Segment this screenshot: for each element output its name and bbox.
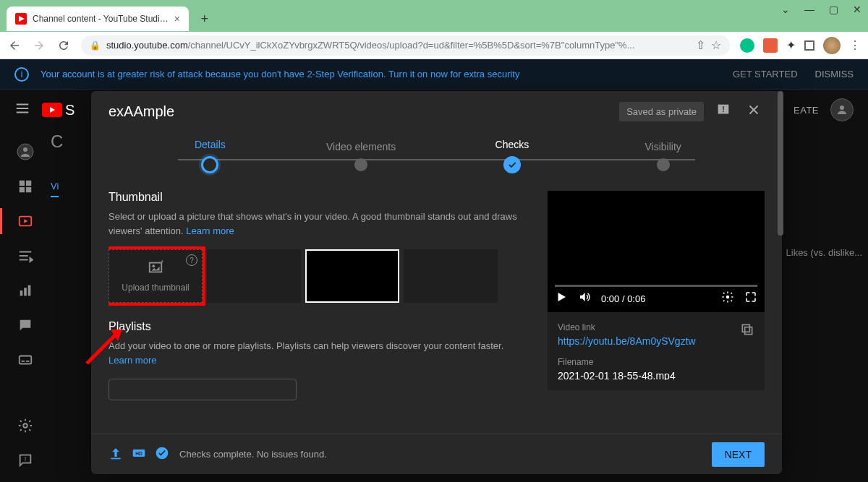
svg-rect-6 [26, 181, 31, 186]
extension-icon-1[interactable] [740, 38, 754, 53]
svg-rect-16 [26, 361, 30, 362]
sidebar-subtitles-icon[interactable] [17, 351, 34, 369]
filename-label: Filename [558, 357, 754, 367]
page-title-behind: C [51, 132, 63, 152]
security-warning-banner: i Your account is at greater risk of att… [0, 59, 868, 90]
browser-tab[interactable]: Channel content - YouTube Studi… × [7, 7, 189, 31]
thumbnail-option-1[interactable] [207, 249, 301, 303]
address-bar[interactable]: 🔒 studio.youtube.com/channel/UCvY_ilCkXo… [81, 35, 730, 56]
truncated-column: Likes (vs. dislike... [786, 247, 862, 258]
sidebar-settings-icon[interactable] [17, 417, 34, 434]
url-text: studio.youtube.com/channel/UCvY_ilCkXoZY… [106, 40, 690, 51]
svg-rect-26 [745, 327, 752, 335]
playlists-select[interactable] [109, 379, 297, 400]
svg-rect-8 [26, 187, 31, 192]
close-icon[interactable] [743, 99, 765, 124]
svg-rect-11 [20, 291, 23, 296]
profile-avatar[interactable] [823, 37, 841, 54]
thumbnail-heading: Thumbnail [109, 191, 530, 204]
back-button[interactable] [7, 38, 22, 53]
svg-point-25 [726, 296, 730, 299]
modal-title: exAAmple [109, 103, 610, 120]
hd-icon: HD [132, 446, 146, 463]
left-sidebar: ! [0, 130, 51, 482]
extension-icon-2[interactable] [763, 38, 778, 53]
svg-rect-14 [20, 356, 32, 364]
banner-message: Your account is at greater risk of attac… [41, 69, 721, 79]
upload-thumbnail-label: Upload thumbnail [122, 283, 189, 293]
minimize-icon[interactable]: — [804, 4, 814, 15]
help-icon[interactable]: ? [186, 254, 197, 266]
modal-header: exAAmple Saved as private ! [91, 91, 782, 132]
forward-button [32, 38, 46, 53]
sidebar-comments-icon[interactable] [17, 317, 34, 334]
video-time: 0:00 / 0:06 [601, 293, 711, 304]
step-video-elements[interactable]: Video elements [286, 141, 437, 171]
svg-rect-7 [20, 187, 25, 192]
play-icon[interactable] [555, 291, 568, 306]
svg-point-22 [152, 264, 155, 267]
lock-icon: 🔒 [90, 40, 101, 51]
sidebar-analytics-icon[interactable] [17, 282, 34, 299]
sidebar-channel-avatar[interactable] [17, 143, 34, 160]
create-button[interactable]: EATE [793, 105, 819, 116]
svg-marker-1 [50, 107, 55, 113]
reload-button[interactable] [56, 38, 71, 53]
svg-rect-28 [111, 457, 120, 459]
svg-text:HD: HD [135, 450, 142, 455]
tab-close-icon[interactable]: × [174, 13, 180, 25]
modal-footer: HD Checks complete. No issues found. NEX… [91, 434, 782, 474]
dismiss-button[interactable]: DISMISS [815, 69, 854, 79]
sidebar-playlists-icon[interactable] [17, 247, 34, 264]
video-preview[interactable]: 0:00 / 0:06 [548, 191, 765, 312]
video-link-label: Video link [558, 322, 740, 332]
svg-marker-0 [19, 16, 25, 22]
youtube-studio-logo[interactable]: S [42, 102, 75, 119]
feedback-icon[interactable]: ! [712, 99, 734, 124]
upload-thumbnail-button[interactable]: ? + Upload thumbnail [109, 249, 203, 303]
svg-rect-27 [742, 324, 749, 332]
svg-marker-10 [24, 219, 28, 223]
share-icon[interactable]: ⇧ [696, 38, 705, 52]
step-visibility[interactable]: Visibility [587, 141, 739, 171]
step-details[interactable]: Details [135, 139, 286, 173]
bookmark-star-icon[interactable]: ☆ [711, 38, 721, 52]
filename-value: 2021-02-01 18-55-48.mp4 [558, 370, 754, 380]
svg-text:!: ! [25, 455, 27, 462]
maximize-icon[interactable]: ▢ [829, 4, 838, 15]
tab-behind: Vi [51, 181, 59, 197]
step-checks[interactable]: Checks [437, 139, 588, 173]
hamburger-menu-icon[interactable] [14, 100, 30, 119]
chevron-down-icon[interactable]: ⌄ [781, 4, 790, 15]
sidebar-dashboard-icon[interactable] [17, 178, 34, 195]
footer-status: Checks complete. No issues found. [179, 449, 702, 460]
volume-icon[interactable] [578, 291, 591, 306]
settings-gear-icon[interactable] [721, 291, 734, 306]
info-icon: i [14, 67, 29, 82]
thumbnail-option-2[interactable] [305, 249, 399, 303]
channel-avatar[interactable] [830, 98, 854, 121]
fullscreen-icon[interactable] [744, 291, 757, 306]
tabs-icon[interactable] [804, 40, 814, 51]
window-close-icon[interactable]: ✕ [853, 4, 861, 15]
thumbnail-option-3[interactable] [404, 249, 498, 303]
svg-rect-13 [28, 285, 31, 296]
kebab-menu-icon[interactable]: ⋮ [849, 38, 861, 52]
save-status-badge: Saved as private [619, 102, 704, 121]
svg-point-17 [23, 423, 27, 428]
window-title-bar: Channel content - YouTube Studi… × + ⌄ —… [0, 0, 868, 32]
new-tab-button[interactable]: + [195, 9, 215, 29]
copy-icon[interactable] [740, 322, 754, 340]
svg-marker-24 [558, 293, 566, 301]
next-button[interactable]: NEXT [712, 442, 765, 467]
playlists-learn-more-link[interactable]: Learn more [109, 355, 156, 366]
sidebar-content-icon[interactable] [17, 212, 34, 230]
video-link[interactable]: https://youtu.be/8Am0ySVgztw [558, 335, 740, 347]
scrollbar[interactable] [778, 173, 782, 236]
extensions-puzzle-icon[interactable]: ✦ [786, 38, 796, 52]
svg-rect-5 [20, 181, 25, 186]
thumbnail-learn-more-link[interactable]: Learn more [186, 225, 234, 236]
get-started-button[interactable]: GET STARTED [733, 69, 798, 79]
sidebar-feedback-icon[interactable]: ! [17, 452, 34, 469]
svg-point-4 [23, 147, 27, 152]
